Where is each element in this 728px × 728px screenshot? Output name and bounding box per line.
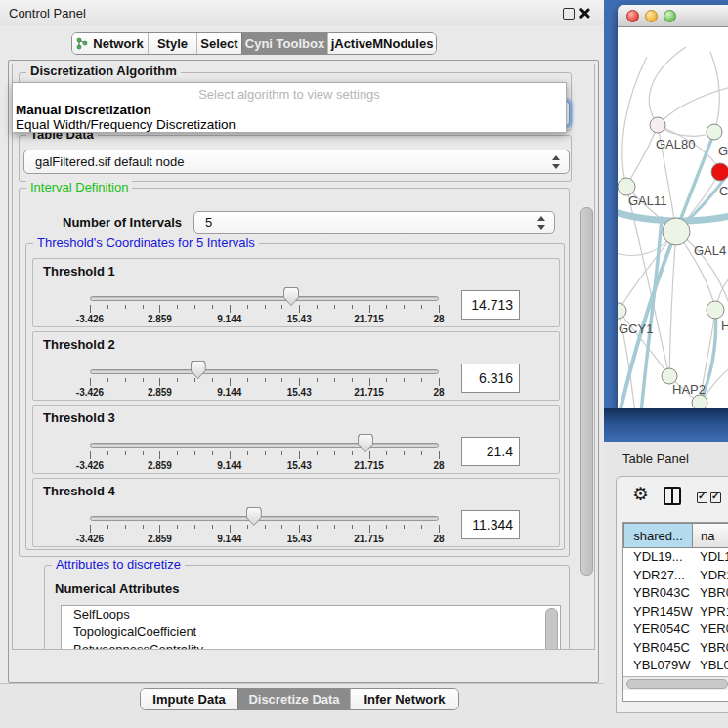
minimize-traffic-light[interactable] [645,10,658,22]
tick-mark [369,525,370,533]
network-node-gal4[interactable] [663,218,690,245]
tick-mark [212,378,213,382]
attribute-item[interactable]: SelfLoops [62,606,560,623]
gear-icon[interactable]: ⚙ [632,485,649,504]
tab-select[interactable]: Select [196,33,241,54]
table-row[interactable]: YBR043CYBR0 [623,584,728,603]
desktop-gradient-strip [604,408,728,442]
network-node[interactable] [692,395,707,408]
table-hscrollbar[interactable] [623,676,728,690]
num-intervals-combo[interactable]: 5 [193,211,555,234]
tab-discretize-data[interactable]: Discretize Data [237,689,350,709]
close-traffic-light[interactable] [626,10,639,22]
tick-mark [159,378,160,386]
slider-thumb[interactable] [358,434,373,452]
tab-network[interactable]: Network [72,33,148,54]
checkbox-icon[interactable] [710,492,721,503]
network-window-titlebar[interactable] [618,5,728,27]
network-node-gcy1[interactable] [618,303,626,319]
attribute-item[interactable]: BetweennessCentrality [62,641,560,650]
float-window-icon[interactable] [563,8,575,20]
threshold-value-field[interactable]: 6.316 [461,364,520,393]
tab-cyni-toolbox[interactable]: Cyni Toolbox [241,33,327,54]
cell-name: YDR2 [700,567,728,585]
table-hscrollbar-thumb[interactable] [626,679,728,689]
node-table: shared... na YDL19...YDL1YDR27...YDR2YBR… [622,522,728,702]
tab-jactivemnodules[interactable]: jActiveMNodules [327,33,436,54]
table-row[interactable]: YDR27...YDR2 [623,567,728,585]
network-canvas[interactable]: GAL80GACGAL11GAL4GCY1HHAP2 [618,27,728,408]
dropdown-item-manual-discretization[interactable]: Manual Discretization [16,103,151,117]
zoom-traffic-light[interactable] [664,10,676,22]
table-header-row: shared... na [623,523,728,548]
tick-mark [386,525,387,529]
scale-label: -3.426 [76,460,104,471]
column-header-name[interactable]: na [692,523,728,548]
attributes-scrollbar[interactable] [545,608,558,650]
table-row[interactable]: YDL19...YDL1 [623,548,728,567]
scale-label: 9.144 [217,387,241,398]
tick-mark [212,305,213,309]
tick-mark [299,305,300,313]
slider-track[interactable] [90,369,439,374]
tab-label: Network [93,36,143,51]
slider-thumb[interactable] [283,287,299,306]
slider-thumb[interactable] [246,507,262,526]
slider-ticks [90,378,439,387]
slider-track[interactable] [90,516,439,521]
table-row[interactable]: YBR045CYBR0 [623,639,728,658]
scale-label: -3.426 [76,534,104,544]
column-header-shared-name[interactable]: shared... [623,523,693,548]
split-panel-icon[interactable] [664,487,681,505]
tick-mark [352,451,353,455]
attribute-item[interactable]: TopologicalCoefficient [62,623,560,641]
dropdown-item-equal-width-frequency[interactable]: Equal Width/Frequency Discretization [16,117,236,132]
table-row[interactable]: YBL079WYBL0 [623,657,728,675]
tab-label: Style [157,36,188,51]
slider-thumb[interactable] [191,361,206,379]
slider-track[interactable] [90,443,439,448]
attributes-list[interactable]: SelfLoopsTopologicalCoefficientBetweenne… [61,605,561,650]
threshold-value-field[interactable]: 14.713 [461,290,520,320]
cell-shared-name: YBL079W [633,657,691,675]
panel-scrollbar[interactable] [580,207,593,576]
network-window: GAL80GACGAL11GAL4GCY1HHAP2 [618,5,728,408]
close-icon[interactable] [578,7,590,19]
network-edge [622,57,647,187]
scale-label: 9.144 [217,534,241,544]
tick-mark [386,378,387,382]
threshold-value-field[interactable]: 11.344 [461,510,520,539]
checkbox-icon[interactable] [697,492,707,503]
tick-mark [299,525,300,533]
threshold-label: Threshold 3 [43,410,115,425]
tab-label: jActiveMNodules [331,36,434,51]
threshold-value-field[interactable]: 21.4 [461,437,520,466]
network-node-ga[interactable] [707,124,722,140]
threshold-slider: -3.4262.8599.14415.4321.71528 [90,291,439,326]
tab-style[interactable]: Style [148,33,196,54]
tick-mark [386,305,387,309]
network-node-gal80[interactable] [650,117,665,133]
tick-mark [334,378,335,382]
tick-mark [265,451,266,455]
tick-mark [212,451,213,455]
scale-label: 21.715 [354,314,384,324]
table-data-group: Table Data galFiltered.sif default node [19,135,572,182]
network-node-c[interactable] [711,163,728,181]
tab-impute-data[interactable]: Impute Data [141,689,237,709]
table-data-combo[interactable]: galFiltered.sif default node [23,150,570,174]
combo-arrows-icon [537,216,545,230]
cell-name: YPR1 [700,603,728,621]
table-row[interactable]: YPR145WYPR1 [623,603,728,621]
dropdown-placeholder-item[interactable]: Select algorithm to view settings [13,87,566,102]
tick-mark [369,378,370,386]
table-row[interactable]: YER054CYER0 [623,621,728,639]
slider-track[interactable] [90,296,439,301]
tick-mark [404,525,405,529]
tab-infer-network[interactable]: Infer Network [350,689,458,709]
network-node-h[interactable] [707,301,724,319]
tick-mark [317,378,318,382]
tick-mark [421,378,422,382]
scale-label: 21.715 [354,534,384,544]
scale-label: 2.859 [148,534,172,544]
